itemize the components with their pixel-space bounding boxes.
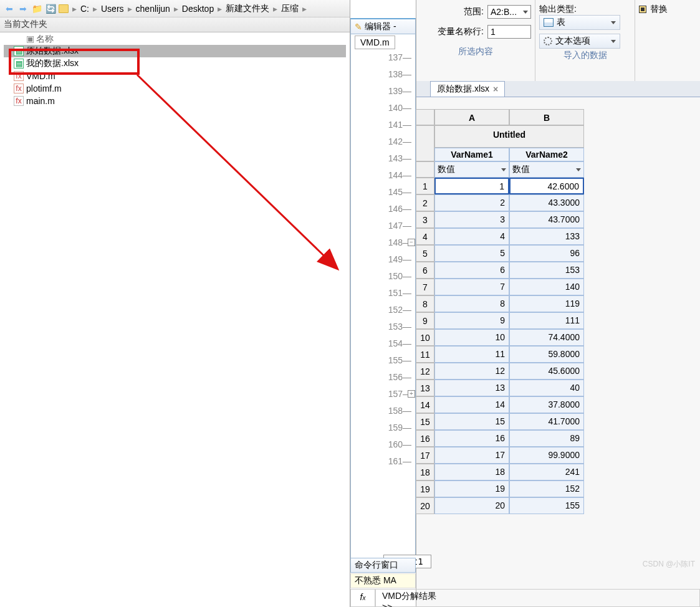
row-number[interactable]: 1 [416,178,434,194]
cell[interactable]: 241 [509,464,584,480]
cell[interactable]: 89 [509,430,584,447]
breadcrumb-segment[interactable]: 新建文件夹 [226,3,269,14]
table-row[interactable]: 161689 [416,430,584,447]
table-row[interactable]: 151541.7000 [416,413,584,430]
table-row[interactable]: 99111 [416,312,584,329]
cell[interactable]: 4 [434,228,509,245]
cell[interactable]: 20 [434,497,509,514]
col-type-2[interactable]: 数值 [509,161,584,178]
breadcrumb-segment[interactable]: chenlijun [136,4,170,14]
row-number[interactable]: 16 [416,430,434,447]
cell[interactable]: 19 [434,480,509,497]
replace-checkbox[interactable] [639,6,646,13]
fold-icon[interactable]: + [408,390,415,398]
cell[interactable]: 153 [509,262,584,279]
row-number[interactable]: 9 [416,312,434,329]
breadcrumb-segment[interactable]: Desktop [182,4,214,14]
up-folder-icon[interactable]: 📁 [31,3,42,14]
cell[interactable]: 133 [509,228,584,245]
var-header-1[interactable]: VarName1 [434,148,509,161]
cell[interactable]: 7 [434,279,509,295]
table-title[interactable]: Untitled [434,125,584,148]
editor-tab[interactable]: VMD.m [355,36,395,49]
table-row[interactable]: 131340 [416,380,584,396]
back-icon[interactable]: ⬅ [4,3,15,14]
table-row[interactable]: 1818241 [416,464,584,480]
var-header-2[interactable]: VarName2 [509,148,584,161]
row-number[interactable]: 3 [416,211,434,228]
row-number[interactable]: 4 [416,228,434,245]
cell[interactable]: 74.4000 [509,329,584,346]
fold-icon[interactable]: − [408,239,415,246]
table-row[interactable]: 111159.8000 [416,346,584,363]
close-icon[interactable]: × [493,84,498,94]
import-file-tab[interactable]: 原始数据.xlsx × [430,81,505,97]
cell[interactable]: 12 [434,363,509,380]
cell[interactable]: 6 [434,262,509,279]
output-type-dropdown[interactable]: 表 [539,15,620,30]
cell[interactable]: 14 [434,396,509,413]
row-number[interactable]: 20 [416,497,434,514]
unfamiliar-banner[interactable]: 不熟悉 MA [350,573,416,588]
row-number[interactable]: 14 [416,396,434,413]
varname-row-input[interactable] [487,25,531,39]
row-number[interactable]: 17 [416,447,434,464]
table-row[interactable]: 101074.4000 [416,329,584,346]
breadcrumb-segment[interactable]: 压缩 [281,3,299,14]
col-type-1[interactable]: 数值 [434,161,509,178]
cell[interactable]: 17 [434,447,509,464]
row-number[interactable]: 10 [416,329,434,346]
table-row[interactable]: 2020155 [416,497,584,514]
cell[interactable]: 5 [434,245,509,262]
cell[interactable]: 2 [434,194,509,211]
table-row[interactable]: 3343.7000 [416,211,584,228]
cell[interactable]: 3 [434,211,509,228]
cell[interactable]: 15 [434,413,509,430]
cell[interactable]: 40 [509,380,584,396]
table-row[interactable]: 171799.9000 [416,447,584,464]
row-number[interactable]: 12 [416,363,434,380]
cell[interactable]: 140 [509,279,584,295]
row-number[interactable]: 15 [416,413,434,430]
row-number[interactable]: 2 [416,194,434,211]
table-row[interactable]: 1919152 [416,480,584,497]
refresh-icon[interactable]: 🔄 [45,3,56,14]
cell[interactable]: 13 [434,380,509,396]
table-row[interactable]: 44133 [416,228,584,245]
expand-icon[interactable]: ▣ [26,34,34,45]
table-row[interactable]: 66153 [416,262,584,279]
cell[interactable]: 43.3000 [509,194,584,211]
cell[interactable]: 119 [509,295,584,312]
cell[interactable]: 10 [434,329,509,346]
cell[interactable]: 42.6000 [509,178,584,194]
cell[interactable]: 59.8000 [509,346,584,363]
cell[interactable]: 11 [434,346,509,363]
row-number[interactable]: 18 [416,464,434,480]
cell[interactable]: 99.9000 [509,447,584,464]
cell[interactable]: 18 [434,464,509,480]
table-row[interactable]: 2243.3000 [416,194,584,211]
row-number[interactable]: 19 [416,480,434,497]
cell[interactable]: 9 [434,312,509,329]
breadcrumb-segment[interactable]: Users [101,4,124,14]
table-row[interactable]: 121245.6000 [416,363,584,380]
cell[interactable]: 1 [434,178,509,194]
cell[interactable]: 155 [509,497,584,514]
range-input[interactable]: A2:B... [487,5,531,19]
col-header-a[interactable]: A [434,109,509,125]
table-row[interactable]: 5596 [416,245,584,262]
file-list-header[interactable]: ▣ 名称 [4,34,346,45]
row-number[interactable]: 8 [416,295,434,312]
cell[interactable]: 8 [434,295,509,312]
forward-icon[interactable]: ➡ [17,3,29,14]
text-options-dropdown[interactable]: 文本选项 [539,34,620,49]
table-row[interactable]: 88119 [416,295,584,312]
cell[interactable]: 96 [509,245,584,262]
table-row[interactable]: 1142.6000 [416,178,584,194]
breadcrumb-segment[interactable]: C: [80,4,89,14]
row-number[interactable]: 11 [416,346,434,363]
table-row[interactable]: 141437.8000 [416,396,584,413]
cell[interactable]: 41.7000 [509,413,584,430]
row-number[interactable]: 6 [416,262,434,279]
breadcrumb[interactable]: C:▸Users▸chenlijun▸Desktop▸新建文件夹▸压缩▸ [80,3,308,14]
